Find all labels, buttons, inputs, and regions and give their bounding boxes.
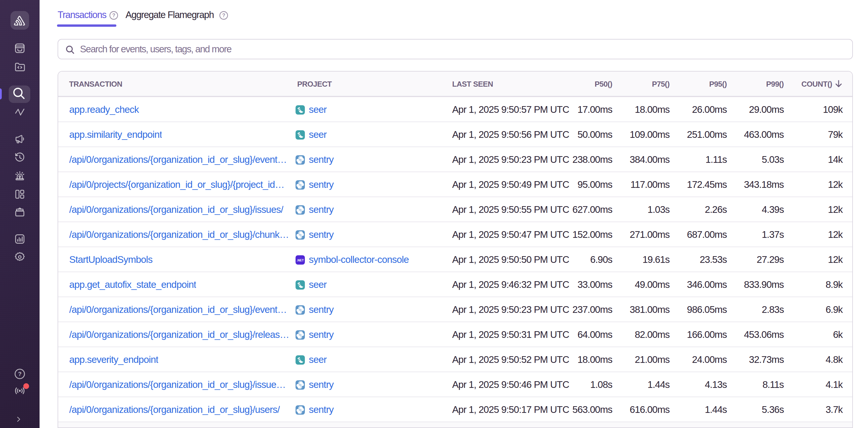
- svg-text:?: ?: [222, 12, 225, 18]
- svg-text:?: ?: [18, 370, 21, 377]
- svg-text:?: ?: [112, 12, 116, 18]
- svg-text:.NET: .NET: [297, 258, 304, 262]
